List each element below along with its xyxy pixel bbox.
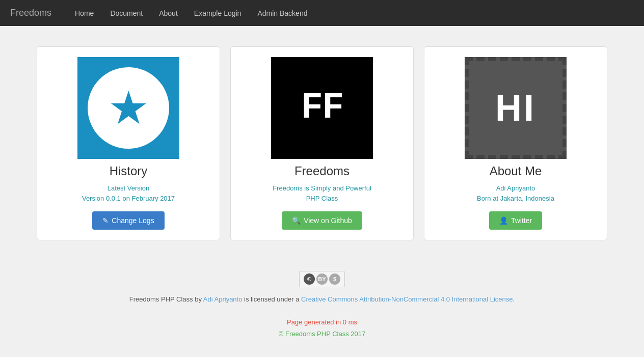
license-author-link[interactable]: Adi Apriyanto — [203, 295, 243, 303]
navbar: Freedoms Home Document About Example Log… — [0, 0, 644, 26]
copyright-label: Freedoms PHP Class — [285, 330, 349, 338]
twitter-label: Twitter — [511, 216, 532, 225]
about-subtitle: Adi Apriyanto Born at Jakarta, Indonesia — [477, 183, 554, 203]
main-content: ★ History Latest Version Version 0.0.1 o… — [16, 46, 628, 240]
freedoms-subtitle: Freedoms is Simply and Powerful PHP Clas… — [273, 183, 371, 203]
copyright-year: 2017 — [349, 330, 366, 338]
license-text: Freedoms PHP Class by Adi Apriyanto is l… — [10, 295, 634, 303]
freedoms-title: Freedoms — [294, 164, 350, 178]
history-image: ★ — [77, 57, 179, 159]
ff-logo-text: FF — [301, 87, 343, 129]
freedoms-image: FF — [271, 57, 373, 159]
history-card: ★ History Latest Version Version 0.0.1 o… — [37, 46, 220, 240]
view-github-button[interactable]: 🔍 View on Github — [282, 211, 362, 230]
change-logs-button[interactable]: ✎ Change Logs — [92, 211, 164, 230]
about-title: About Me — [490, 164, 542, 178]
cc-icon: © — [304, 273, 315, 285]
nav-links: Home Document About Example Login Admin … — [67, 0, 315, 26]
nav-link-about[interactable]: About — [151, 0, 186, 26]
copyright-symbol: © — [279, 330, 284, 338]
user-icon: 👤 — [499, 216, 508, 225]
history-subtitle: Latest Version Version 0.0.1 on February… — [82, 183, 175, 203]
copyright-text: © Freedoms PHP Class 2017 — [10, 330, 634, 338]
star-icon: ★ — [108, 85, 149, 131]
change-logs-label: Change Logs — [112, 216, 154, 225]
search-icon: 🔍 — [292, 216, 301, 225]
twitter-button[interactable]: 👤 Twitter — [489, 211, 542, 230]
nav-link-example-login[interactable]: Example Login — [186, 0, 250, 26]
by-icon: BY — [316, 273, 328, 285]
about-subtitle-line1: Adi Apriyanto — [496, 184, 535, 192]
license-pre: Freedoms PHP Class by — [129, 295, 203, 303]
nav-brand[interactable]: Freedoms — [10, 8, 51, 18]
hi-border — [465, 57, 567, 159]
generated-label: Page generated in — [287, 318, 343, 326]
nc-icon: $ — [329, 273, 340, 285]
license-mid: is licensed under a — [242, 295, 301, 303]
history-subtitle-line2: Version 0.0.1 on February 2017 — [82, 195, 175, 202]
freedoms-subtitle-line1: Freedoms is Simply and Powerful — [273, 184, 371, 192]
about-image: HI — [465, 57, 567, 159]
license-post: . — [513, 295, 515, 303]
generated-value: 0 ms — [343, 318, 357, 326]
cc-badge: © BY $ — [299, 271, 345, 287]
history-title: History — [110, 164, 148, 178]
about-card: HI About Me Adi Apriyanto Born at Jakart… — [424, 46, 607, 240]
about-subtitle-line2: Born at Jakarta, Indonesia — [477, 195, 554, 202]
pencil-icon: ✎ — [102, 216, 109, 225]
nav-link-admin-backend[interactable]: Admin Backend — [249, 0, 315, 26]
nav-link-home[interactable]: Home — [67, 0, 102, 26]
history-subtitle-line1: Latest Version — [108, 184, 149, 192]
license-link[interactable]: Creative Commons Attribution-NonCommerci… — [301, 295, 513, 303]
generated-text: Page generated in 0 ms — [10, 318, 634, 326]
nav-link-document[interactable]: Document — [102, 0, 151, 26]
footer: © BY $ Freedoms PHP Class by Adi Apriyan… — [0, 261, 644, 348]
freedoms-card: FF Freedoms Freedoms is Simply and Power… — [230, 46, 414, 240]
freedoms-subtitle-line2: PHP Class — [306, 195, 338, 202]
view-github-label: View on Github — [304, 216, 352, 225]
cc-badge-container: © BY $ — [10, 271, 634, 295]
star-circle: ★ — [88, 67, 169, 149]
